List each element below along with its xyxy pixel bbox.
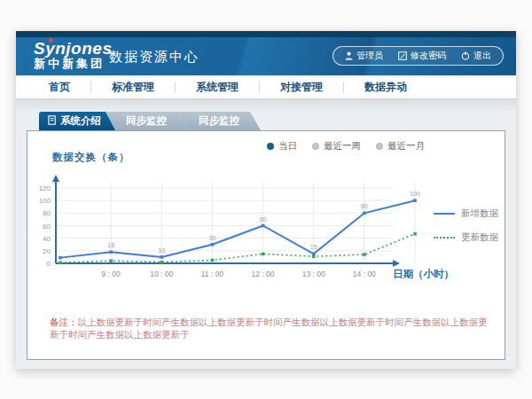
dotted-line-icon [434,237,455,239]
top-strip [16,31,516,37]
nav-item-home[interactable]: 首页 [28,80,90,95]
svg-text:60: 60 [43,223,51,231]
svg-text:11 : 00: 11 : 00 [201,270,224,278]
radio-label: 最近一月 [387,140,425,153]
legend-label: 新增数据 [461,207,498,220]
chart-panel: 当日 最近一周 最近一月 数据交换（条） 0204060801001209 : … [27,130,505,360]
radio-unselected-icon [376,143,383,150]
svg-text:20: 20 [43,247,51,255]
app-window: Synjones 新中新集团 数据资源中心 管理员 修改密码 [16,31,516,369]
radio-last-week[interactable]: 最近一周 [312,140,361,153]
svg-text:12 : 00: 12 : 00 [252,270,275,278]
radio-selected-icon [267,143,274,150]
brand-name: Synjones [34,40,112,57]
legend-item-updated-data: 更新数据 [434,231,498,244]
page-title: 数据资源中心 [109,49,200,66]
power-icon [461,51,470,60]
tab-bar: 系统介绍 同步监控 同步监控 [39,112,505,130]
svg-text:10: 10 [158,247,165,254]
logout-button[interactable]: 退出 [461,50,491,62]
svg-text:9 : 00: 9 : 00 [102,270,121,278]
radio-unselected-icon [312,143,319,150]
chart-zone: 数据交换（条） 0204060801001209 : 0010 : 0011 :… [27,131,505,309]
tab-system-intro[interactable]: 系统介绍 [39,112,115,130]
nav-item-integration-management[interactable]: 对接管理 [260,80,343,95]
change-password-button[interactable]: 修改密码 [398,50,446,62]
svg-text:80: 80 [43,209,51,217]
svg-text:13 : 00: 13 : 00 [302,270,325,278]
svg-text:100: 100 [39,197,51,205]
user-icon [345,51,353,60]
svg-text:18: 18 [107,242,114,248]
svg-text:14 : 00: 14 : 00 [353,270,376,278]
svg-text:120: 120 [39,184,51,192]
footnote-label: 备注： [50,317,78,327]
tab-sync-monitor-1[interactable]: 同步监控 [105,112,188,130]
tab-label: 同步监控 [199,114,239,128]
tab-label: 同步监控 [126,114,167,128]
user-bar: 管理员 修改密码 退出 [332,46,504,66]
svg-text:15: 15 [310,244,317,250]
tab-label: 系统介绍 [60,114,101,128]
main-nav: 首页 标准管理 系统管理 对接管理 数据异动 [16,75,516,99]
brand-dot-icon [49,38,53,43]
document-icon [48,115,56,127]
svg-text:0: 0 [47,260,51,268]
content-area: 系统介绍 同步监控 同步监控 当日 最近一周 [16,99,516,369]
nav-item-standard-management[interactable]: 标准管理 [91,80,175,95]
user-name-label: 管理员 [356,50,383,62]
radio-today[interactable]: 当日 [267,140,297,153]
svg-text:60: 60 [260,216,267,223]
nav-item-system-management[interactable]: 系统管理 [176,80,259,95]
logo: Synjones 新中新集团 [34,40,112,70]
edit-icon [398,51,407,60]
chart-legend: 新增数据 更新数据 [434,207,498,244]
company-name: 新中新集团 [34,57,112,70]
footnote-text: 以上数据更新于时间产生数据以上数据更新于时间产生数据以上数据更新于时间产生数据以… [50,317,488,340]
tab-sync-monitor-2[interactable]: 同步监控 [177,112,261,130]
time-range-filter: 当日 最近一周 最近一月 [267,140,425,153]
svg-text:80: 80 [361,203,368,209]
nav-item-data-changes[interactable]: 数据异动 [344,80,427,95]
svg-text:40: 40 [43,235,51,243]
radio-last-month[interactable]: 最近一月 [376,140,425,153]
solid-line-icon [434,213,455,215]
radio-label: 当日 [278,140,297,153]
legend-item-new-data: 新增数据 [434,207,498,220]
svg-text:30: 30 [209,235,216,241]
logout-label: 退出 [473,50,491,62]
radio-label: 最近一周 [324,140,361,153]
current-user[interactable]: 管理员 [345,50,383,62]
legend-label: 更新数据 [461,231,498,244]
svg-text:10 : 00: 10 : 00 [150,270,173,278]
change-password-label: 修改密码 [411,50,446,62]
header: Synjones 新中新集团 数据资源中心 管理员 修改密码 [16,37,516,75]
svg-text:100: 100 [410,191,420,197]
footnote: 备注：以上数据更新于时间产生数据以上数据更新于时间产生数据以上数据更新于时间产生… [50,316,493,340]
x-axis-title: 日期（小时） [393,268,454,281]
